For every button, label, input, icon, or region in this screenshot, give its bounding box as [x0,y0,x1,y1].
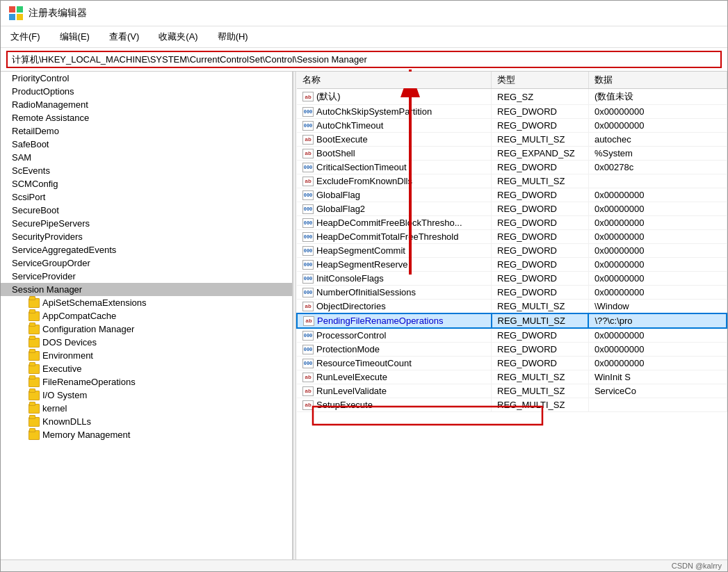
tree-item[interactable]: SafeBoot [1,138,292,151]
tree-item[interactable]: FileRenameOperations [1,375,292,389]
value-data: 0x00000000 [588,244,727,258]
value-name-cell: 000NumberOfInitialSessions [302,287,485,297]
table-row[interactable]: 000HeapDeCommitFreeBlockThresho...REG_DW… [297,216,727,230]
tree-item-label: SAM [12,152,31,163]
table-row[interactable]: 000ProcessorControlREG_DWORD0x00000000 [297,328,727,343]
value-name: AutoChkSkipSystemPartition [316,106,432,117]
tree-item[interactable]: RetailDemo [1,124,292,138]
registry-values-pane[interactable]: 名称 类型 数据 ab(默认)REG_SZ(数值未设000AutoChkSkip… [296,72,727,559]
col-name[interactable]: 名称 [297,72,492,89]
tree-item[interactable]: SAM [1,151,292,164]
tree-item[interactable]: PriorityControl [1,72,292,85]
table-row[interactable]: 000HeapSegmentReserveREG_DWORD0x00000000 [297,258,727,272]
tree-item[interactable]: ScsiPort [1,190,292,204]
folder-icon [29,364,40,374]
value-name: ExcludeFromKnownDlls [316,176,412,186]
tree-item[interactable]: SCMConfig [1,177,292,190]
table-row[interactable]: 000CriticalSectionTimeoutREG_DWORD0x0027… [297,161,727,174]
tree-item[interactable]: RadioManagement [1,98,292,111]
table-row[interactable]: 000GlobalFlagREG_DWORD0x00000000 [297,188,727,202]
value-name-cell: 000HeapDeCommitFreeBlockThresho... [302,218,485,228]
value-data: 0x00000000 [588,272,727,286]
menu-help[interactable]: 帮助(H) [213,29,252,44]
tree-item[interactable]: Configuration Manager [1,322,292,336]
table-row[interactable]: abObjectDirectoriesREG_MULTI_SZ\Window [297,300,727,314]
value-name: BootShell [316,148,355,158]
tree-item[interactable]: Remote Assistance [1,111,292,124]
table-row[interactable]: abPendingFileRenameOperationsREG_MULTI_S… [297,313,727,328]
window-title: 注册表编辑器 [29,7,87,19]
address-input[interactable] [6,51,722,68]
tree-item[interactable]: ApiSetSchemaExtensions [1,296,292,309]
tree-item[interactable]: ServiceProvider [1,270,292,283]
table-row[interactable]: abRunLevelValidateREG_MULTI_SZServiceCo [297,384,727,398]
table-row[interactable]: 000HeapSegmentCommitREG_DWORD0x00000000 [297,244,727,258]
reg-sz-icon: ab [302,400,314,410]
tree-item[interactable]: ProductOptions [1,85,292,98]
col-data[interactable]: 数据 [588,72,727,89]
table-row[interactable]: 000InitConsoleFlagsREG_DWORD0x00000000 [297,272,727,286]
tree-item[interactable]: ScEvents [1,164,292,177]
tree-item-label: ServiceAggregatedEvents [12,245,116,255]
reg-sz-icon: ab [303,316,314,326]
tree-item[interactable]: SecureBoot [1,204,292,217]
tree-item-label: ApiSetSchemaExtensions [42,297,147,308]
menu-edit[interactable]: 编辑(E) [56,29,94,44]
value-name-cell: abRunLevelExecute [302,372,485,382]
table-row[interactable]: 000ProtectionModeREG_DWORD0x00000000 [297,343,727,357]
menu-bar: 文件(F) 编辑(E) 查看(V) 收藏夹(A) 帮助(H) [1,26,727,48]
table-row[interactable]: 000AutoChkSkipSystemPartitionREG_DWORD0x… [297,105,727,119]
table-row[interactable]: abSetupExecuteREG_MULTI_SZ [297,398,727,412]
tree-item-label: RadioManagement [12,99,88,110]
tree-item[interactable]: Environment [1,349,292,362]
tree-item[interactable]: SecurePipeServers [1,217,292,230]
reg-dword-icon: 000 [302,260,314,270]
table-row[interactable]: abExcludeFromKnownDllsREG_MULTI_SZ [297,174,727,188]
table-row[interactable]: 000GlobalFlag2REG_DWORD0x00000000 [297,202,727,216]
value-name: GlobalFlag2 [316,204,365,214]
col-type[interactable]: 类型 [492,72,589,89]
tree-item[interactable]: Memory Management [1,428,292,441]
value-name: HeapDeCommitTotalFreeThreshold [316,231,458,242]
tree-item[interactable]: ServiceAggregatedEvents [1,243,292,256]
table-row[interactable]: 000NumberOfInitialSessionsREG_DWORD0x000… [297,286,727,300]
menu-file[interactable]: 文件(F) [6,29,45,44]
value-data: 0x00000000 [588,216,727,230]
table-row[interactable]: 000HeapDeCommitTotalFreeThresholdREG_DWO… [297,230,727,244]
value-name: SetupExecute [316,400,373,410]
tree-item[interactable]: DOS Devices [1,336,292,349]
menu-view[interactable]: 查看(V) [105,29,143,44]
table-row[interactable]: abBootExecuteREG_MULTI_SZautochec [297,133,727,147]
registry-tree[interactable]: PriorityControlProductOptionsRadioManage… [1,72,293,559]
tree-item-label: Executive [42,363,81,374]
table-row[interactable]: abRunLevelExecuteREG_MULTI_SZWinInit S [297,370,727,384]
table-row[interactable]: abBootShellREG_EXPAND_SZ%System [297,147,727,161]
value-name: HeapDeCommitFreeBlockThresho... [316,218,462,228]
table-row[interactable]: 000AutoChkTimeoutREG_DWORD0x00000000 [297,119,727,133]
tree-item[interactable]: Executive [1,362,292,375]
value-type: REG_MULTI_SZ [492,174,589,188]
tree-item[interactable]: I/O System [1,389,292,402]
value-data: 0x00000000 [588,230,727,244]
reg-dword-icon: 000 [302,331,314,341]
tree-item-label: Session Manager [12,284,82,295]
table-row[interactable]: ab(默认)REG_SZ(数值未设 [297,89,727,105]
tree-item[interactable]: KnownDLLs [1,415,292,428]
folder-icon [29,391,40,400]
tree-item[interactable]: AppCompatCache [1,309,292,322]
reg-dword-icon: 000 [302,107,314,117]
svg-rect-1 [17,6,23,13]
tree-item-label: ServiceGroupOrder [12,258,90,268]
reg-dword-icon: 000 [302,204,314,214]
value-type: REG_DWORD [492,343,589,357]
tree-item[interactable]: kernel [1,402,292,415]
value-name: GlobalFlag [316,190,360,200]
tree-item[interactable]: Session Manager [1,283,292,296]
table-row[interactable]: 000ResourceTimeoutCountREG_DWORD0x000000… [297,357,727,370]
value-name-cell: abBootExecute [302,134,485,145]
tree-item[interactable]: ServiceGroupOrder [1,256,292,270]
tree-item[interactable]: SecurityProviders [1,230,292,243]
menu-favorites[interactable]: 收藏夹(A) [154,29,202,44]
tree-item-label: Remote Assistance [12,113,89,123]
reg-sz-icon: ab [302,135,314,145]
